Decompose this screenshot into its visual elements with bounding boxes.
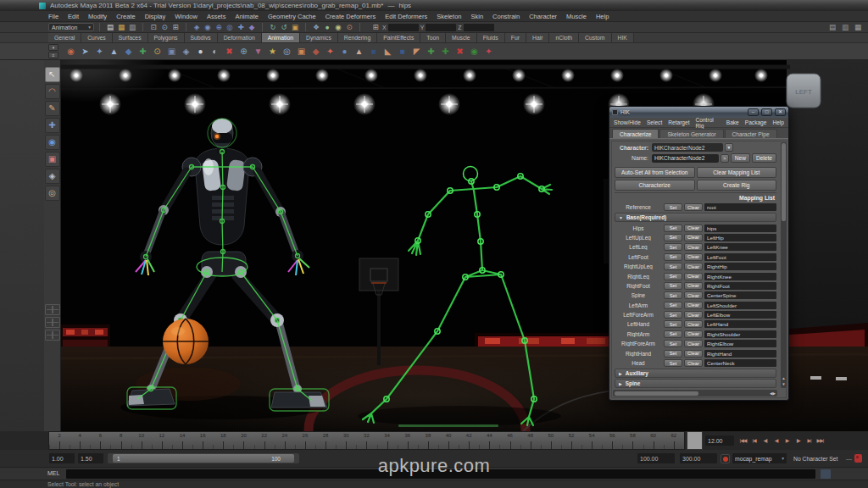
set-button[interactable]: Set bbox=[664, 291, 682, 299]
collapsed-section[interactable]: ▶ Auxiliary bbox=[615, 369, 776, 378]
mapping-target-field[interactable]: CenterSpine bbox=[704, 291, 776, 299]
set-button[interactable]: Set bbox=[664, 263, 682, 270]
hik-menu-item[interactable]: Help bbox=[772, 119, 784, 125]
mapping-target-field[interactable]: LeftHand bbox=[704, 320, 776, 328]
mapping-target-field[interactable]: RightFoot bbox=[704, 282, 776, 290]
tab-characterize[interactable]: Characterize bbox=[612, 129, 659, 138]
range-slider[interactable]: 1 100 bbox=[108, 453, 299, 463]
status-icon[interactable]: ⊙ bbox=[159, 22, 170, 32]
x-coordinate-field[interactable] bbox=[388, 24, 419, 31]
shelf-icon[interactable]: ◉ bbox=[64, 45, 77, 58]
mapping-target-field[interactable]: LeftKnee bbox=[704, 243, 776, 251]
status-icon[interactable]: ⊡ bbox=[148, 22, 159, 32]
playback-button[interactable]: ▶ bbox=[782, 434, 792, 446]
scroll-right-icon[interactable]: ▶ bbox=[773, 391, 776, 396]
hik-menu-item[interactable]: Show/Hide bbox=[614, 119, 641, 125]
playback-button[interactable]: ◀ bbox=[771, 434, 781, 446]
section-base-required[interactable]: ▼ Base(Required) bbox=[615, 213, 776, 222]
scroll-up-icon[interactable]: ▲ bbox=[782, 375, 785, 381]
playback-end-field[interactable]: 100.00 bbox=[637, 453, 675, 463]
tab-character-pipe[interactable]: Character Pipe bbox=[725, 129, 777, 138]
shelf-icon[interactable]: ✦ bbox=[324, 45, 337, 58]
character-dropdown[interactable]: HIKCharacterNode2 bbox=[652, 143, 723, 152]
status-icon[interactable]: ▤ bbox=[105, 22, 115, 32]
horizontal-scrollbar[interactable]: ◀ ▶ bbox=[613, 390, 777, 396]
mapping-target-field[interactable]: LeftHip bbox=[704, 234, 776, 241]
menu-set-dropdown[interactable]: Animation ▾ bbox=[48, 23, 94, 31]
scrollbar-thumb[interactable] bbox=[615, 391, 698, 396]
shelf-icon[interactable]: ◤ bbox=[410, 45, 423, 58]
shelf-icon[interactable]: ● bbox=[338, 45, 351, 58]
shelf-tab[interactable]: nCloth bbox=[549, 33, 579, 42]
panel-toggle-icon[interactable]: ▤ bbox=[827, 22, 837, 32]
status-icon[interactable]: ▦ bbox=[116, 22, 126, 32]
auto-key-button[interactable] bbox=[721, 454, 730, 463]
shelf-tab[interactable]: General bbox=[48, 33, 81, 42]
set-button[interactable]: Set bbox=[664, 302, 682, 309]
tool-button[interactable]: ▣ bbox=[45, 152, 60, 167]
clear-button[interactable]: Clear bbox=[684, 263, 703, 270]
mapping-target-field[interactable]: RightShoulder bbox=[704, 330, 776, 338]
shelf-tab[interactable]: Fur bbox=[505, 33, 526, 42]
playback-button[interactable]: ▶| bbox=[804, 434, 814, 446]
status-icon[interactable]: ◆ bbox=[247, 22, 257, 32]
set-key-icon[interactable] bbox=[854, 454, 862, 463]
set-button[interactable]: Set bbox=[664, 350, 682, 358]
playback-button[interactable]: |◀ bbox=[749, 434, 759, 446]
shelf-icon[interactable]: ▣ bbox=[165, 45, 178, 58]
hik-menu-item[interactable]: Control Rig bbox=[696, 117, 721, 129]
shelf-tab[interactable]: Dynamics bbox=[300, 33, 338, 42]
set-button[interactable]: Set bbox=[664, 359, 682, 367]
shelf-tab[interactable]: PaintEffects bbox=[377, 33, 420, 42]
y-coordinate-field[interactable] bbox=[426, 24, 456, 31]
clear-button[interactable]: Clear bbox=[684, 320, 703, 328]
shelf-icon[interactable]: ⊕ bbox=[237, 45, 250, 58]
set-button[interactable]: Set bbox=[664, 282, 682, 290]
layout-button[interactable] bbox=[45, 317, 60, 328]
set-button[interactable]: Set bbox=[664, 273, 682, 280]
status-icon[interactable]: ● bbox=[322, 22, 332, 32]
clear-button[interactable]: Clear bbox=[684, 302, 703, 309]
menu-item[interactable]: Character bbox=[529, 13, 557, 20]
basketball[interactable] bbox=[163, 319, 209, 364]
panel-toggle-icon[interactable]: ▦ bbox=[853, 22, 863, 32]
mapping-target-field[interactable]: LeftFoot bbox=[704, 253, 776, 261]
characterize-button[interactable]: Characterize bbox=[615, 180, 695, 191]
time-slider[interactable]: 2468101214161820222426283032343638404244… bbox=[48, 431, 685, 450]
menu-item[interactable]: File bbox=[48, 13, 58, 20]
status-icon[interactable]: ▥ bbox=[127, 22, 137, 32]
set-button[interactable]: Set bbox=[664, 203, 682, 211]
shelf-icon[interactable]: ✦ bbox=[482, 45, 495, 58]
character-set-menu[interactable]: mocap_remap ▾ bbox=[732, 453, 787, 463]
menu-item[interactable]: Skeleton bbox=[437, 13, 461, 20]
mapping-target-field[interactable]: RightHip bbox=[704, 263, 776, 270]
menu-item[interactable]: Skin bbox=[470, 13, 483, 20]
shelf-tab[interactable]: Animation bbox=[262, 33, 300, 42]
menu-item[interactable]: Help bbox=[596, 13, 609, 20]
shelf-icon[interactable]: ◆ bbox=[122, 45, 135, 58]
shelf-tab[interactable]: Surfaces bbox=[113, 33, 148, 42]
playback-start-field[interactable]: 1.50 bbox=[78, 453, 103, 463]
clear-button[interactable]: Clear bbox=[684, 311, 703, 319]
hik-window[interactable]: HIK – □ ✕ Show/HideSelectRetargetControl… bbox=[609, 106, 789, 401]
set-button[interactable]: Set bbox=[664, 330, 682, 338]
shelf-icon[interactable]: ■ bbox=[396, 45, 409, 58]
animation-end-field[interactable]: 300.00 bbox=[680, 453, 717, 463]
playback-button[interactable]: |◀◀ bbox=[738, 434, 748, 446]
playback-button[interactable]: ◀| bbox=[760, 434, 770, 446]
layout-button[interactable] bbox=[45, 304, 60, 315]
shelf-tab[interactable]: Custom bbox=[579, 33, 611, 42]
tool-button[interactable]: ◎ bbox=[45, 186, 60, 201]
shelf-icon[interactable]: ✚ bbox=[136, 45, 149, 58]
menu-item[interactable]: Animate bbox=[235, 13, 259, 20]
menu-item[interactable]: Display bbox=[145, 13, 166, 20]
status-icon[interactable]: ↻ bbox=[268, 22, 278, 32]
status-icon[interactable]: ◉ bbox=[203, 22, 213, 32]
hik-menu-item[interactable]: Bake bbox=[726, 119, 739, 125]
shelf-icon[interactable]: ◣ bbox=[381, 45, 394, 58]
collapsed-section[interactable]: ▶ Spine bbox=[615, 379, 776, 388]
tool-button[interactable]: ◈ bbox=[45, 169, 60, 184]
shelf-icon[interactable]: ◈ bbox=[180, 45, 192, 58]
shelf-tab[interactable]: HIK bbox=[612, 33, 634, 42]
menu-item[interactable]: Edit Deformers bbox=[385, 13, 427, 20]
